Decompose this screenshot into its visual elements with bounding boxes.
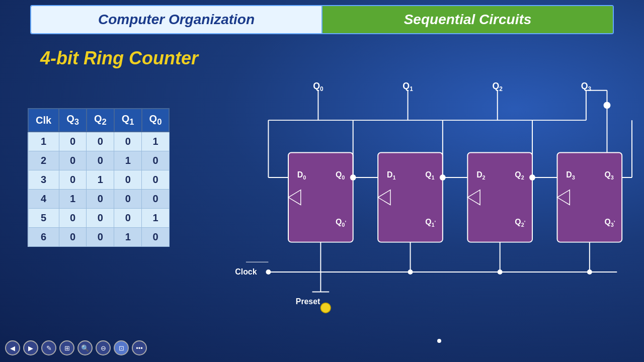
next-button[interactable]: ▶	[23, 340, 38, 355]
table-cell: 0	[59, 209, 87, 228]
table-row: 60010	[28, 228, 169, 247]
zoom-out-button[interactable]: ⊖	[96, 340, 111, 355]
table-cell: 1	[142, 209, 170, 228]
table-cell: 0	[59, 170, 87, 190]
ff2-box	[467, 152, 532, 242]
page-title: 4-bit Ring Counter	[40, 48, 198, 69]
table-cell: 0	[87, 190, 114, 209]
table-cell: 1	[114, 228, 142, 247]
truth-table: Clk Q3 Q2 Q1 Q0 100012001030100410005000…	[28, 108, 170, 247]
clk-dot-left	[266, 269, 271, 275]
table-cell: 1	[87, 170, 114, 190]
header-bar: Computer Organization Sequential Circuit…	[30, 5, 614, 34]
table-cell: 0	[114, 209, 142, 228]
table-row: 30100	[28, 170, 169, 190]
preset-dot	[320, 303, 331, 313]
display-button[interactable]: ⊡	[114, 340, 129, 355]
table-cell: 1	[28, 132, 59, 151]
header-left-label: Computer Organization	[98, 12, 255, 28]
ff0-box	[288, 152, 353, 242]
clk-dot-ff3	[587, 269, 592, 275]
header-left: Computer Organization	[31, 6, 323, 33]
table-cell: 0	[114, 132, 142, 151]
zoom-in-button[interactable]: 🔍	[77, 340, 93, 355]
table-row: 50001	[28, 209, 169, 228]
clk-dot-ff2	[498, 269, 503, 275]
table-cell: 0	[142, 151, 170, 170]
clk-dot-ff1	[408, 269, 413, 275]
table-cell: 0	[114, 190, 142, 209]
q3-feedback-dot	[604, 102, 611, 109]
table-row: 10001	[28, 132, 169, 151]
table-cell: 0	[142, 228, 170, 247]
more-button[interactable]: •••	[132, 340, 147, 355]
table-cell: 0	[87, 209, 114, 228]
table-cell: 0	[59, 132, 87, 151]
col-clk: Clk	[28, 109, 59, 132]
cursor	[437, 339, 441, 343]
ff3-box	[557, 152, 622, 242]
header-right: Sequential Circuits	[323, 6, 613, 33]
table-cell: 1	[114, 151, 142, 170]
preset-label: Preset	[296, 297, 320, 306]
col-q3: Q3	[59, 109, 87, 132]
col-q0: Q0	[142, 109, 170, 132]
table-cell: 4	[28, 190, 59, 209]
table-cell: 0	[87, 132, 114, 151]
table-cell: 0	[114, 170, 142, 190]
prev-button[interactable]: ◀	[5, 340, 20, 355]
toolbar: ◀ ▶ ✎ ⊞ 🔍 ⊖ ⊡ •••	[0, 338, 644, 358]
table-cell: 0	[142, 170, 170, 190]
edit-button[interactable]: ✎	[41, 340, 56, 355]
table-row: 20010	[28, 151, 169, 170]
table-row: 41000	[28, 190, 169, 209]
col-q1: Q1	[114, 109, 142, 132]
circuit-svg: Q0 Q1 Q2 Q3 D0 Q0 Q0'	[231, 78, 639, 322]
table-cell: 0	[87, 151, 114, 170]
table-cell: 1	[59, 190, 87, 209]
table-cell: 0	[87, 228, 114, 247]
table-cell: 6	[28, 228, 59, 247]
table-cell: 0	[59, 228, 87, 247]
state-table: Clk Q3 Q2 Q1 Q0 100012001030100410005000…	[28, 108, 170, 247]
table-cell: 3	[28, 170, 59, 190]
ff1-box	[378, 152, 443, 242]
header-right-label: Sequential Circuits	[404, 12, 532, 28]
table-cell: 0	[142, 190, 170, 209]
table-cell: 5	[28, 209, 59, 228]
clock-label: Clock	[235, 267, 257, 276]
table-cell: 1	[142, 132, 170, 151]
table-cell: 0	[59, 151, 87, 170]
grid-button[interactable]: ⊞	[59, 340, 74, 355]
table-cell: 2	[28, 151, 59, 170]
col-q2: Q2	[87, 109, 114, 132]
circuit-diagram: Q0 Q1 Q2 Q3 D0 Q0 Q0'	[231, 78, 639, 322]
